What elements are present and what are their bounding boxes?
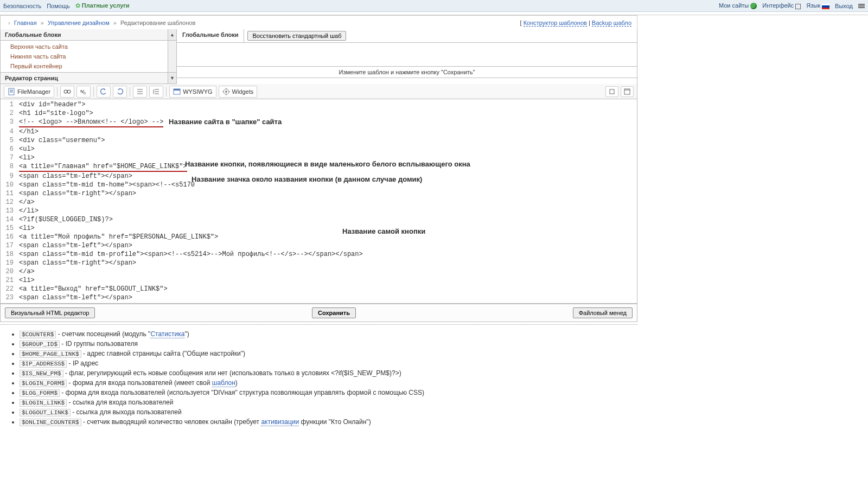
- template-constructor-link[interactable]: Конструктор шаблонов: [524, 20, 587, 27]
- topbar-my-sites[interactable]: Мои сайты: [719, 2, 749, 9]
- code-line: <span class="tm-mid tm-home"><span><!--<…: [19, 181, 195, 189]
- paid-icon: ✿: [75, 2, 80, 9]
- backup-templates-link[interactable]: Backup шабло: [592, 20, 631, 27]
- svg-rect-0: [9, 88, 14, 95]
- breadcrumb-current: Редактирование шаблонов: [120, 20, 195, 26]
- filemanager-button[interactable]: FileManager: [4, 86, 54, 98]
- interface-icon: [795, 4, 801, 9]
- code-line: <div id="header">: [19, 100, 85, 109]
- variable-item: $ONLINE_COUNTER$ - счетчик выводящий кол…: [20, 417, 629, 427]
- variable-item: $LOG_FORM$ - форма для входа пользовател…: [20, 388, 629, 397]
- variable-code: $IP_ADDRESS$: [20, 360, 67, 368]
- minimize-button[interactable]: [605, 86, 618, 97]
- wysiwyg-icon: [173, 88, 181, 95]
- hint-text: Измените шаблон и нажмите кнопку "Сохран…: [177, 67, 637, 78]
- document-icon: [8, 88, 15, 95]
- code-editor[interactable]: 1<div id="header"> 2<h1 id="site-logo"> …: [0, 99, 637, 304]
- svg-rect-22: [610, 89, 614, 94]
- code-line: <h1 id="site-logo">: [19, 109, 93, 118]
- variable-item: $IS_NEW_PM$ - флаг, регулирующий есть но…: [20, 368, 629, 378]
- scroll-down-button[interactable]: ▼: [168, 73, 176, 84]
- variable-code: $LOGOUT_LINK$: [20, 409, 71, 416]
- variable-link[interactable]: активизации: [261, 418, 299, 426]
- wrap-icon: [152, 88, 160, 95]
- variable-link[interactable]: Статистика: [150, 330, 184, 338]
- code-line: <ul>: [19, 145, 35, 153]
- minimize-icon: [609, 88, 615, 95]
- variable-item: $COUNTER$ - счетчик посещений (модуль "С…: [20, 329, 629, 339]
- sidebar-item-bottom[interactable]: Нижняя часть сайта: [1, 52, 176, 61]
- flag-ru-icon: [822, 4, 829, 9]
- scrollbar-track[interactable]: [168, 41, 176, 72]
- breadcrumb-bar: › Главная » Управление дизайном » Редакт…: [0, 15, 637, 29]
- breadcrumb-home[interactable]: Главная: [14, 20, 37, 26]
- svg-point-5: [67, 90, 71, 93]
- format-button-2[interactable]: [149, 86, 163, 98]
- topbar-security[interactable]: Безопасность: [3, 3, 41, 9]
- variable-item: $GROUP_ID$ - ID группы пользователя: [20, 339, 629, 349]
- scroll-up-button[interactable]: ▲: [168, 29, 176, 40]
- code-line: <?if($USER_LOGGED_IN$)?>: [19, 215, 113, 224]
- editor-bottom-bar: Визуальный HTML редактор Сохранить Файло…: [0, 304, 637, 322]
- variable-code: $COUNTER$: [20, 331, 56, 338]
- svg-text:b: b: [84, 91, 86, 95]
- widgets-button[interactable]: Widgets: [219, 86, 258, 98]
- variable-code: $LOGIN_LINK$: [20, 399, 67, 407]
- topbar-interface[interactable]: Интерфейс: [762, 2, 794, 9]
- visual-html-editor-button[interactable]: Визуальный HTML редактор: [5, 307, 95, 318]
- variable-code: $HOME_PAGE_LINK$: [20, 350, 81, 358]
- wysiwyg-button[interactable]: WYSIWYG: [169, 86, 216, 98]
- code-line: <a title="Главная" href="$HOME_PAGE_LINK…: [19, 162, 187, 172]
- svg-rect-15: [174, 89, 180, 91]
- variable-code: $GROUP_ID$: [20, 341, 60, 348]
- code-line: <a title="Выход" href="$LOGOUT_LINK$">: [19, 285, 168, 293]
- variable-code: $LOG_FORM$: [20, 389, 60, 397]
- code-line: <li>: [19, 153, 35, 162]
- code-line: <span class="tm-left"></span>: [19, 293, 132, 302]
- replace-icon: ab: [80, 88, 87, 95]
- format-button-1[interactable]: [133, 86, 147, 98]
- redo-button[interactable]: [113, 86, 127, 98]
- code-line: <span class="tm-left"></span>: [19, 172, 132, 181]
- variable-item: $LOGIN_LINK$ - ссылка для входа пользова…: [20, 397, 629, 407]
- restore-default-button[interactable]: Восстановить стандартный шаб: [247, 31, 346, 41]
- list-icon: [136, 88, 144, 95]
- topbar-help[interactable]: Помощь: [47, 3, 70, 9]
- replace-button[interactable]: ab: [76, 86, 91, 98]
- file-manager-button[interactable]: Файловый менед: [573, 307, 633, 318]
- undo-button[interactable]: [97, 86, 111, 98]
- code-line: <a title="Мой профиль" href="$PERSONAL_P…: [19, 233, 218, 241]
- save-button[interactable]: Сохранить: [312, 307, 356, 318]
- editor-toolbar: FileManager ab WYSIWYG Widgets: [0, 84, 637, 99]
- code-line: </a>: [19, 267, 35, 276]
- search-button[interactable]: [60, 86, 74, 98]
- topbar-logout[interactable]: Выход: [835, 3, 853, 9]
- breadcrumb-design[interactable]: Управление дизайном: [48, 20, 110, 26]
- variable-code: $ONLINE_COUNTER$: [20, 419, 81, 426]
- code-line: <span class="tm-right"></span>: [19, 259, 136, 267]
- variable-link[interactable]: шаблон: [212, 379, 235, 387]
- binoculars-icon: [63, 88, 71, 95]
- menu-icon[interactable]: [858, 3, 865, 9]
- code-line: <li>: [19, 276, 35, 285]
- svg-point-17: [225, 91, 227, 93]
- code-line: <div class="usermenu">: [19, 136, 105, 145]
- maximize-button[interactable]: [621, 86, 634, 97]
- topbar-paid-services[interactable]: Платные услуги: [82, 2, 130, 9]
- variable-item: $LOGIN_FORM$ - форма для входа пользоват…: [20, 378, 629, 388]
- sidebar-item-container1[interactable]: Первый контейнер: [1, 61, 176, 71]
- widgets-icon: [222, 88, 230, 95]
- redo-icon: [116, 88, 124, 95]
- code-line: <span class="tm-right"></span>: [19, 189, 136, 198]
- code-line: </li>: [19, 207, 39, 215]
- code-line: <span class="tm-mid tm-profile"><span><!…: [19, 250, 363, 259]
- code-line: </h1>: [19, 127, 39, 136]
- variable-code: $IS_NEW_PM$: [20, 370, 63, 377]
- svg-point-4: [64, 90, 67, 93]
- topbar-language[interactable]: Язык: [806, 2, 820, 9]
- variable-code: $LOGIN_FORM$: [20, 380, 67, 387]
- sidebar-item-top[interactable]: Верхняя часть сайта: [1, 42, 176, 52]
- globe-icon: [750, 3, 757, 9]
- sidebar-page-editor-header: Редактор страниц ▼: [1, 72, 176, 84]
- main-header-title: Глобальные блоки: [177, 29, 244, 42]
